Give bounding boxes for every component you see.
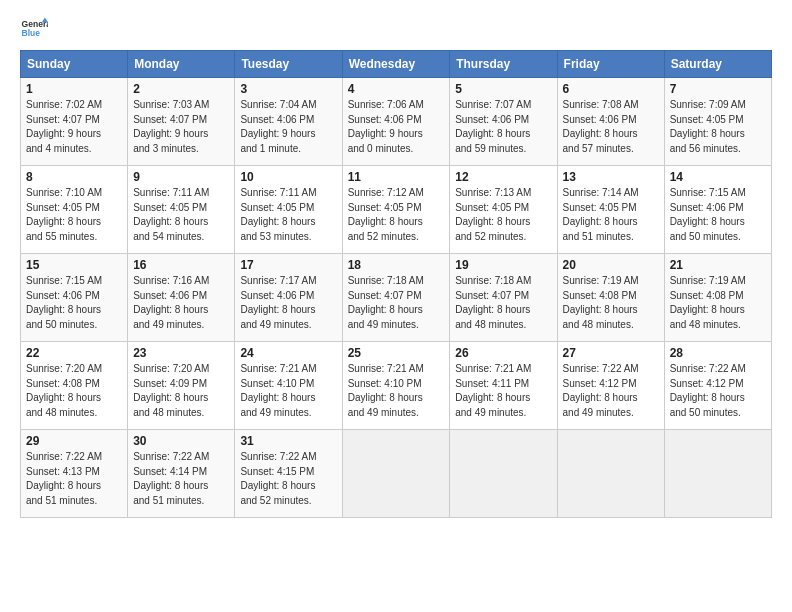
day-info: Sunrise: 7:14 AM Sunset: 4:05 PM Dayligh…: [563, 186, 659, 244]
calendar-cell: 6Sunrise: 7:08 AM Sunset: 4:06 PM Daylig…: [557, 78, 664, 166]
day-number: 2: [133, 82, 229, 96]
day-number: 10: [240, 170, 336, 184]
day-number: 29: [26, 434, 122, 448]
day-header-friday: Friday: [557, 51, 664, 78]
day-info: Sunrise: 7:22 AM Sunset: 4:13 PM Dayligh…: [26, 450, 122, 508]
day-info: Sunrise: 7:11 AM Sunset: 4:05 PM Dayligh…: [240, 186, 336, 244]
calendar-cell: 20Sunrise: 7:19 AM Sunset: 4:08 PM Dayli…: [557, 254, 664, 342]
calendar-cell: 2Sunrise: 7:03 AM Sunset: 4:07 PM Daylig…: [128, 78, 235, 166]
calendar-cell: 16Sunrise: 7:16 AM Sunset: 4:06 PM Dayli…: [128, 254, 235, 342]
calendar-cell: 31Sunrise: 7:22 AM Sunset: 4:15 PM Dayli…: [235, 430, 342, 518]
calendar-week-row: 29Sunrise: 7:22 AM Sunset: 4:13 PM Dayli…: [21, 430, 772, 518]
day-number: 14: [670, 170, 766, 184]
day-number: 5: [455, 82, 551, 96]
day-info: Sunrise: 7:20 AM Sunset: 4:08 PM Dayligh…: [26, 362, 122, 420]
calendar-cell: 12Sunrise: 7:13 AM Sunset: 4:05 PM Dayli…: [450, 166, 557, 254]
day-info: Sunrise: 7:18 AM Sunset: 4:07 PM Dayligh…: [455, 274, 551, 332]
calendar-cell: [557, 430, 664, 518]
calendar-cell: 18Sunrise: 7:18 AM Sunset: 4:07 PM Dayli…: [342, 254, 450, 342]
day-info: Sunrise: 7:22 AM Sunset: 4:14 PM Dayligh…: [133, 450, 229, 508]
calendar-cell: 8Sunrise: 7:10 AM Sunset: 4:05 PM Daylig…: [21, 166, 128, 254]
day-info: Sunrise: 7:04 AM Sunset: 4:06 PM Dayligh…: [240, 98, 336, 156]
calendar-week-row: 15Sunrise: 7:15 AM Sunset: 4:06 PM Dayli…: [21, 254, 772, 342]
calendar-cell: 10Sunrise: 7:11 AM Sunset: 4:05 PM Dayli…: [235, 166, 342, 254]
calendar-week-row: 1Sunrise: 7:02 AM Sunset: 4:07 PM Daylig…: [21, 78, 772, 166]
day-number: 17: [240, 258, 336, 272]
day-info: Sunrise: 7:03 AM Sunset: 4:07 PM Dayligh…: [133, 98, 229, 156]
day-info: Sunrise: 7:13 AM Sunset: 4:05 PM Dayligh…: [455, 186, 551, 244]
day-info: Sunrise: 7:15 AM Sunset: 4:06 PM Dayligh…: [26, 274, 122, 332]
day-number: 25: [348, 346, 445, 360]
day-info: Sunrise: 7:21 AM Sunset: 4:10 PM Dayligh…: [348, 362, 445, 420]
calendar-cell: 5Sunrise: 7:07 AM Sunset: 4:06 PM Daylig…: [450, 78, 557, 166]
day-info: Sunrise: 7:21 AM Sunset: 4:10 PM Dayligh…: [240, 362, 336, 420]
day-info: Sunrise: 7:15 AM Sunset: 4:06 PM Dayligh…: [670, 186, 766, 244]
day-number: 20: [563, 258, 659, 272]
day-info: Sunrise: 7:06 AM Sunset: 4:06 PM Dayligh…: [348, 98, 445, 156]
day-info: Sunrise: 7:18 AM Sunset: 4:07 PM Dayligh…: [348, 274, 445, 332]
day-number: 15: [26, 258, 122, 272]
day-header-sunday: Sunday: [21, 51, 128, 78]
calendar-cell: 21Sunrise: 7:19 AM Sunset: 4:08 PM Dayli…: [664, 254, 771, 342]
day-info: Sunrise: 7:22 AM Sunset: 4:12 PM Dayligh…: [670, 362, 766, 420]
day-number: 19: [455, 258, 551, 272]
day-number: 16: [133, 258, 229, 272]
calendar-cell: 27Sunrise: 7:22 AM Sunset: 4:12 PM Dayli…: [557, 342, 664, 430]
logo: General Blue: [20, 16, 48, 44]
calendar-cell: [342, 430, 450, 518]
calendar-cell: 1Sunrise: 7:02 AM Sunset: 4:07 PM Daylig…: [21, 78, 128, 166]
calendar-cell: 26Sunrise: 7:21 AM Sunset: 4:11 PM Dayli…: [450, 342, 557, 430]
calendar-cell: 7Sunrise: 7:09 AM Sunset: 4:05 PM Daylig…: [664, 78, 771, 166]
day-header-thursday: Thursday: [450, 51, 557, 78]
day-number: 11: [348, 170, 445, 184]
day-number: 31: [240, 434, 336, 448]
day-info: Sunrise: 7:19 AM Sunset: 4:08 PM Dayligh…: [670, 274, 766, 332]
calendar-cell: 17Sunrise: 7:17 AM Sunset: 4:06 PM Dayli…: [235, 254, 342, 342]
calendar-cell: 13Sunrise: 7:14 AM Sunset: 4:05 PM Dayli…: [557, 166, 664, 254]
logo-icon: General Blue: [20, 16, 48, 44]
day-info: Sunrise: 7:19 AM Sunset: 4:08 PM Dayligh…: [563, 274, 659, 332]
day-info: Sunrise: 7:16 AM Sunset: 4:06 PM Dayligh…: [133, 274, 229, 332]
calendar-cell: 23Sunrise: 7:20 AM Sunset: 4:09 PM Dayli…: [128, 342, 235, 430]
day-info: Sunrise: 7:09 AM Sunset: 4:05 PM Dayligh…: [670, 98, 766, 156]
calendar-cell: [664, 430, 771, 518]
calendar-cell: 14Sunrise: 7:15 AM Sunset: 4:06 PM Dayli…: [664, 166, 771, 254]
svg-text:Blue: Blue: [22, 28, 41, 38]
day-number: 21: [670, 258, 766, 272]
day-info: Sunrise: 7:17 AM Sunset: 4:06 PM Dayligh…: [240, 274, 336, 332]
day-number: 4: [348, 82, 445, 96]
calendar-cell: 28Sunrise: 7:22 AM Sunset: 4:12 PM Dayli…: [664, 342, 771, 430]
calendar-cell: 15Sunrise: 7:15 AM Sunset: 4:06 PM Dayli…: [21, 254, 128, 342]
day-info: Sunrise: 7:20 AM Sunset: 4:09 PM Dayligh…: [133, 362, 229, 420]
day-number: 8: [26, 170, 122, 184]
day-number: 6: [563, 82, 659, 96]
day-number: 27: [563, 346, 659, 360]
day-number: 28: [670, 346, 766, 360]
header-row: General Blue: [20, 16, 772, 44]
day-info: Sunrise: 7:11 AM Sunset: 4:05 PM Dayligh…: [133, 186, 229, 244]
day-number: 1: [26, 82, 122, 96]
day-number: 12: [455, 170, 551, 184]
day-info: Sunrise: 7:22 AM Sunset: 4:15 PM Dayligh…: [240, 450, 336, 508]
day-info: Sunrise: 7:22 AM Sunset: 4:12 PM Dayligh…: [563, 362, 659, 420]
calendar-table: SundayMondayTuesdayWednesdayThursdayFrid…: [20, 50, 772, 518]
calendar-week-row: 22Sunrise: 7:20 AM Sunset: 4:08 PM Dayli…: [21, 342, 772, 430]
day-info: Sunrise: 7:12 AM Sunset: 4:05 PM Dayligh…: [348, 186, 445, 244]
day-info: Sunrise: 7:02 AM Sunset: 4:07 PM Dayligh…: [26, 98, 122, 156]
day-header-saturday: Saturday: [664, 51, 771, 78]
day-number: 7: [670, 82, 766, 96]
day-number: 18: [348, 258, 445, 272]
day-number: 3: [240, 82, 336, 96]
calendar-week-row: 8Sunrise: 7:10 AM Sunset: 4:05 PM Daylig…: [21, 166, 772, 254]
calendar-header-row: SundayMondayTuesdayWednesdayThursdayFrid…: [21, 51, 772, 78]
calendar-cell: 22Sunrise: 7:20 AM Sunset: 4:08 PM Dayli…: [21, 342, 128, 430]
calendar-cell: [450, 430, 557, 518]
calendar-cell: 11Sunrise: 7:12 AM Sunset: 4:05 PM Dayli…: [342, 166, 450, 254]
calendar-cell: 4Sunrise: 7:06 AM Sunset: 4:06 PM Daylig…: [342, 78, 450, 166]
day-header-monday: Monday: [128, 51, 235, 78]
day-number: 24: [240, 346, 336, 360]
day-number: 26: [455, 346, 551, 360]
calendar-cell: 19Sunrise: 7:18 AM Sunset: 4:07 PM Dayli…: [450, 254, 557, 342]
day-info: Sunrise: 7:21 AM Sunset: 4:11 PM Dayligh…: [455, 362, 551, 420]
day-info: Sunrise: 7:07 AM Sunset: 4:06 PM Dayligh…: [455, 98, 551, 156]
